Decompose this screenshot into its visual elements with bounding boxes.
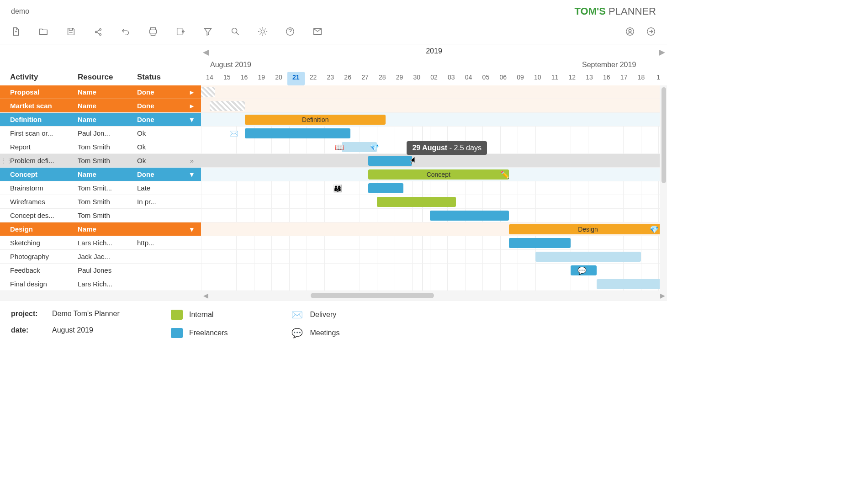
- task-row[interactable]: ConceptNameDone▾: [0, 168, 201, 181]
- year-next[interactable]: ▶: [659, 47, 665, 57]
- day-cell[interactable]: 09: [512, 72, 529, 85]
- task-row[interactable]: SketchingLars Rich...http...: [0, 236, 201, 250]
- cell-resource[interactable]: Tom Smith: [78, 157, 137, 164]
- cell-activity[interactable]: Martket scan: [0, 102, 78, 110]
- cell-status[interactable]: Done: [137, 170, 183, 178]
- cell-resource[interactable]: Name: [78, 170, 137, 178]
- gantt-row[interactable]: 👨‍👩‍👦: [201, 181, 667, 195]
- settings-icon[interactable]: [258, 26, 268, 37]
- print-icon[interactable]: [148, 26, 158, 37]
- task-row[interactable]: ReportTom SmithOk: [0, 140, 201, 154]
- cell-activity[interactable]: Concept: [0, 170, 78, 178]
- day-cell[interactable]: 16: [598, 72, 615, 85]
- cell-status[interactable]: Ok: [137, 157, 183, 164]
- logout-icon[interactable]: [646, 26, 656, 37]
- gantt-bar[interactable]: Concept: [368, 169, 509, 180]
- year-prev[interactable]: ◀: [203, 47, 209, 57]
- vertical-scrollbar[interactable]: [660, 85, 667, 291]
- day-cell[interactable]: 06: [494, 72, 512, 85]
- expand-icon[interactable]: ▾: [183, 116, 201, 124]
- gantt-bar[interactable]: [597, 279, 667, 289]
- gantt-row[interactable]: 💬: [201, 264, 667, 277]
- day-cell[interactable]: 10: [529, 72, 546, 85]
- task-row[interactable]: PhotographyJack Jac...: [0, 250, 201, 264]
- cell-status[interactable]: Done: [137, 102, 183, 110]
- import-icon[interactable]: [175, 26, 185, 37]
- expand-icon[interactable]: ▸: [183, 88, 201, 96]
- gantt-bar[interactable]: Design: [509, 224, 667, 234]
- day-cell[interactable]: 1: [650, 72, 667, 85]
- task-row[interactable]: Concept des...Tom Smith: [0, 209, 201, 222]
- day-cell[interactable]: 15: [218, 72, 236, 85]
- cell-resource[interactable]: Tom Smith: [78, 143, 137, 151]
- gantt-row[interactable]: [201, 250, 667, 264]
- hscroll-left[interactable]: ◀: [201, 292, 210, 299]
- gantt-bar[interactable]: [245, 128, 350, 138]
- undo-icon[interactable]: [121, 26, 131, 37]
- cell-activity[interactable]: Design: [0, 225, 78, 233]
- day-cell[interactable]: 04: [460, 72, 477, 85]
- gantt-bar[interactable]: [377, 197, 456, 207]
- account-icon[interactable]: [625, 26, 635, 37]
- gantt-row[interactable]: ✉️: [201, 127, 667, 140]
- cell-resource[interactable]: Lars Rich...: [78, 280, 137, 288]
- cell-activity[interactable]: Wireframes: [0, 198, 78, 206]
- day-cell[interactable]: 12: [563, 72, 581, 85]
- cell-status[interactable]: Done: [137, 88, 183, 96]
- task-row[interactable]: Martket scanNameDone▸: [0, 99, 201, 113]
- task-row[interactable]: WireframesTom SmithIn pr...: [0, 195, 201, 209]
- task-row[interactable]: ProposalNameDone▸: [0, 85, 201, 99]
- gantt-row[interactable]: [201, 195, 667, 209]
- gantt-row[interactable]: [201, 236, 667, 250]
- gantt-bar[interactable]: [509, 238, 571, 248]
- task-row[interactable]: ⋮⋮Problem defi...Tom SmithOk»: [0, 154, 201, 168]
- day-cell[interactable]: 21: [287, 72, 305, 85]
- cell-status[interactable]: Late: [137, 184, 183, 192]
- cell-resource[interactable]: Name: [78, 116, 137, 123]
- day-cell[interactable]: 26: [339, 72, 356, 85]
- day-cell[interactable]: 14: [201, 72, 218, 85]
- gantt-bar[interactable]: [430, 211, 509, 221]
- day-cell[interactable]: 23: [322, 72, 339, 85]
- day-cell[interactable]: 27: [356, 72, 374, 85]
- help-icon[interactable]: [285, 26, 295, 37]
- cell-status[interactable]: Done: [137, 116, 183, 123]
- cell-activity[interactable]: Brainstorm: [0, 184, 78, 192]
- cell-resource[interactable]: Name: [78, 88, 137, 96]
- cell-status[interactable]: In pr...: [137, 198, 183, 206]
- day-cell[interactable]: 02: [425, 72, 443, 85]
- gantt-bar[interactable]: [535, 252, 641, 262]
- gantt-bar[interactable]: [201, 87, 215, 97]
- day-cell[interactable]: 05: [477, 72, 495, 85]
- hscroll-thumb[interactable]: [311, 293, 434, 298]
- cell-resource[interactable]: Tom Smith: [78, 211, 137, 219]
- col-header-resource[interactable]: Resource: [78, 73, 137, 82]
- expand-icon[interactable]: ▾: [183, 170, 201, 179]
- gantt-row[interactable]: [201, 154, 667, 168]
- cell-activity[interactable]: Report: [0, 143, 78, 151]
- cell-resource[interactable]: Paul Jon...: [78, 129, 137, 137]
- day-cell[interactable]: 20: [270, 72, 287, 85]
- cell-status[interactable]: Ok: [137, 129, 183, 137]
- cell-activity[interactable]: Definition: [0, 116, 78, 123]
- day-cell[interactable]: 19: [253, 72, 270, 85]
- cell-status[interactable]: http...: [137, 239, 183, 247]
- gantt-row[interactable]: [201, 99, 667, 113]
- expand-icon[interactable]: »: [183, 157, 201, 164]
- gantt-row[interactable]: Definition: [201, 113, 667, 127]
- vscroll-thumb[interactable]: [662, 87, 666, 183]
- cell-activity[interactable]: Sketching: [0, 239, 78, 247]
- cell-status[interactable]: Ok: [137, 143, 183, 151]
- mail-icon[interactable]: [312, 26, 323, 37]
- cell-activity[interactable]: Photography: [0, 253, 78, 260]
- gantt-row[interactable]: [201, 209, 667, 222]
- day-cell[interactable]: 03: [443, 72, 460, 85]
- save-icon[interactable]: [66, 26, 76, 37]
- cell-resource[interactable]: Name: [78, 102, 137, 110]
- cell-activity[interactable]: Feedback: [0, 266, 78, 274]
- task-row[interactable]: FeedbackPaul Jones: [0, 264, 201, 277]
- gantt-bar[interactable]: [210, 101, 245, 111]
- expand-icon[interactable]: ▸: [183, 102, 201, 110]
- gantt-row[interactable]: Concept✏️: [201, 168, 667, 181]
- day-cell[interactable]: 17: [615, 72, 633, 85]
